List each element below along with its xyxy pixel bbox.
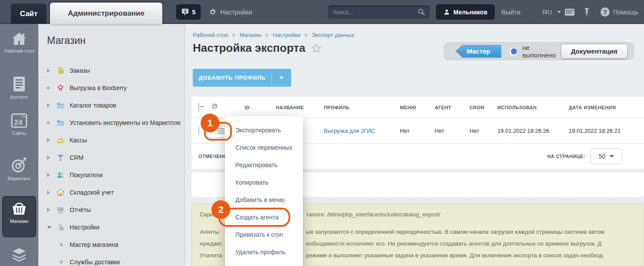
menu-item-copy[interactable]: Копировать <box>225 174 303 191</box>
favorite-star-icon[interactable] <box>311 43 322 54</box>
sidebar-item-warehouse[interactable]: Складской учет <box>38 184 185 201</box>
sidebar-item-label: Службы доставки <box>70 259 120 266</box>
main-content: Рабочий стол Магазин Настройки Экспорт д… <box>185 24 644 266</box>
column-header-cron[interactable]: CRON <box>463 105 490 110</box>
cell-menu: Нет <box>393 128 428 134</box>
documentation-button[interactable]: Документация <box>561 44 627 59</box>
add-profile-dropdown[interactable] <box>272 77 291 79</box>
annotation-badge-step1: 1 <box>201 114 219 132</box>
tab-administration[interactable]: Администрирование <box>50 3 162 24</box>
bullet-icon <box>60 261 63 263</box>
cash-register-icon <box>57 136 64 144</box>
expand-arrow-icon[interactable] <box>47 103 57 108</box>
top-bar: Сайт Администрирование 5 Настройки Мельн… <box>0 0 644 24</box>
collapse-arrow-icon[interactable] <box>47 226 57 229</box>
table-header-row: ID НАЗВАНИЕ ПРОФИЛЬ МЕНЮ АГЕНТ CRON ИСПО… <box>191 97 644 118</box>
pin-button[interactable] <box>584 0 590 24</box>
expand-arrow-icon[interactable] <box>47 155 57 160</box>
sidebar-item-crm[interactable]: CRM <box>38 149 185 166</box>
sidebar-item-label: Кассы <box>70 137 87 144</box>
layers-icon <box>11 248 27 263</box>
per-page-select[interactable]: 50 <box>590 148 622 164</box>
expand-arrow-icon[interactable] <box>47 138 57 142</box>
add-profile-label: ДОБАВИТЬ ПРОФИЛЬ <box>193 74 272 81</box>
menu-item-variables-list[interactable]: Список переменных <box>225 139 303 156</box>
notifications-button[interactable]: 5 <box>176 4 201 20</box>
profile-link[interactable]: Выгрузка для 2ГИС <box>324 128 375 134</box>
expand-arrow-icon[interactable] <box>47 208 57 212</box>
breadcrumb: Рабочий стол Магазин Настройки Экспорт д… <box>193 32 354 38</box>
menu-item-bind-to-cron[interactable]: Привязать к cron <box>225 226 303 243</box>
shop-sidebar: Магазин Заказы Выгрузка в Boxberry Катал… <box>38 24 185 266</box>
sidebar-item-catalog[interactable]: Каталог товаров <box>38 97 185 114</box>
menu-item-edit[interactable]: Редактировать <box>225 156 303 174</box>
language-switcher[interactable]: RU <box>543 0 561 24</box>
sites-icon: 24 <box>11 113 27 128</box>
sidebar-item-delivery-services[interactable]: Службы доставки <box>38 253 185 266</box>
column-header-profile[interactable]: ПРОФИЛЬ <box>317 105 393 110</box>
column-header-modified[interactable]: ДАТА ИЗМЕНЕНИЯ <box>562 105 644 110</box>
expand-arrow-icon[interactable] <box>47 190 57 195</box>
menu-item-delete-profile[interactable]: Удалить профиль <box>225 243 303 261</box>
select-all-checkbox[interactable] <box>198 103 199 111</box>
rail-item-marketing[interactable]: Маркетинг <box>0 157 38 181</box>
table-settings-gear-icon[interactable] <box>211 103 218 111</box>
orders-bag-icon <box>57 67 64 74</box>
tab-site[interactable]: Сайт <box>11 3 47 24</box>
column-header-used[interactable]: ИСПОЛЬЗОВАН <box>490 105 562 110</box>
sidebar-item-customers[interactable]: Покупатели <box>38 166 185 184</box>
folder-icon <box>57 101 64 109</box>
breadcrumb-shop[interactable]: Магазин <box>240 32 262 38</box>
rail-label: Рабочий стол <box>4 48 34 54</box>
rail-item-shop-active[interactable]: Магазин <box>2 196 36 237</box>
breadcrumb-settings[interactable]: Настройки <box>273 32 301 38</box>
sidebar-item-settings[interactable]: Настройки <box>38 219 185 236</box>
row-checkbox[interactable] <box>198 127 199 135</box>
search-input[interactable] <box>333 9 418 16</box>
cell-modified: 19.01.2022 18:26:21 <box>562 128 644 134</box>
sidebar-item-boxberry[interactable]: Выгрузка в Boxberry <box>38 79 185 97</box>
logout-link[interactable]: Выйти <box>501 0 520 24</box>
breadcrumb-desktop[interactable]: Рабочий стол <box>193 32 228 38</box>
sidebar-item-shop-wizard[interactable]: Мастер магазина <box>38 236 185 253</box>
rail-item-content[interactable]: Контент <box>0 76 38 100</box>
sidebar-item-reports[interactable]: Отчёты <box>38 201 185 219</box>
expand-arrow-icon[interactable] <box>47 68 57 73</box>
menu-item-add-to-menu[interactable]: Добавить в меню <box>225 191 303 209</box>
sidebar-title: Магазин <box>47 35 86 47</box>
target-icon <box>11 157 27 173</box>
sidebar-item-label: Складской учет <box>70 189 114 196</box>
add-profile-button[interactable]: ДОБАВИТЬ ПРОФИЛЬ <box>193 69 291 87</box>
rail-item-sites[interactable]: 24 Сайты <box>0 113 38 136</box>
sidebar-item-marketplace-tools[interactable]: Установить инструменты из Маркетпле <box>38 114 185 131</box>
breadcrumb-export-data[interactable]: Экспорт данных <box>312 32 354 38</box>
help-menu[interactable]: ? Помощь <box>600 0 638 24</box>
left-rail: Рабочий стол Контент 24 Сайты Маркетинг <box>0 24 38 266</box>
sidebar-item-label: Отчёты <box>70 206 91 213</box>
sidebar-item-label: Выгрузка в Boxberry <box>70 84 127 91</box>
hotkeys-button[interactable] <box>564 0 575 24</box>
search-box[interactable] <box>329 5 429 19</box>
menu-item-export[interactable]: Экспортировать <box>225 121 303 139</box>
per-page-value: 50 <box>599 153 606 160</box>
sidebar-item-orders[interactable]: Заказы <box>38 62 185 79</box>
rail-item-more[interactable] <box>0 248 38 266</box>
expand-arrow-icon[interactable] <box>47 173 57 177</box>
rail-item-desktop[interactable]: Рабочий стол <box>0 32 38 54</box>
help-label: Помощь <box>613 8 638 16</box>
chevron-down-icon <box>279 77 284 79</box>
folder-icon <box>57 119 64 127</box>
sidebar-item-label: Каталог товаров <box>70 102 116 109</box>
user-menu-button[interactable]: Мельников <box>436 4 495 20</box>
settings-label: Настройки <box>220 8 252 16</box>
warehouse-icon <box>57 189 64 196</box>
column-header-name[interactable]: НАЗВАНИЕ <box>269 105 317 110</box>
pin-icon <box>584 7 590 17</box>
chevron-down-icon <box>557 11 561 13</box>
wizard-button[interactable]: Мастер <box>456 45 501 58</box>
column-header-menu[interactable]: МЕНЮ <box>393 105 428 110</box>
sidebar-item-kassy[interactable]: Кассы <box>38 131 185 149</box>
column-header-agent[interactable]: АГЕНТ <box>428 105 463 110</box>
column-header-id[interactable]: ID <box>238 105 269 110</box>
settings-menu[interactable]: Настройки <box>209 0 252 24</box>
